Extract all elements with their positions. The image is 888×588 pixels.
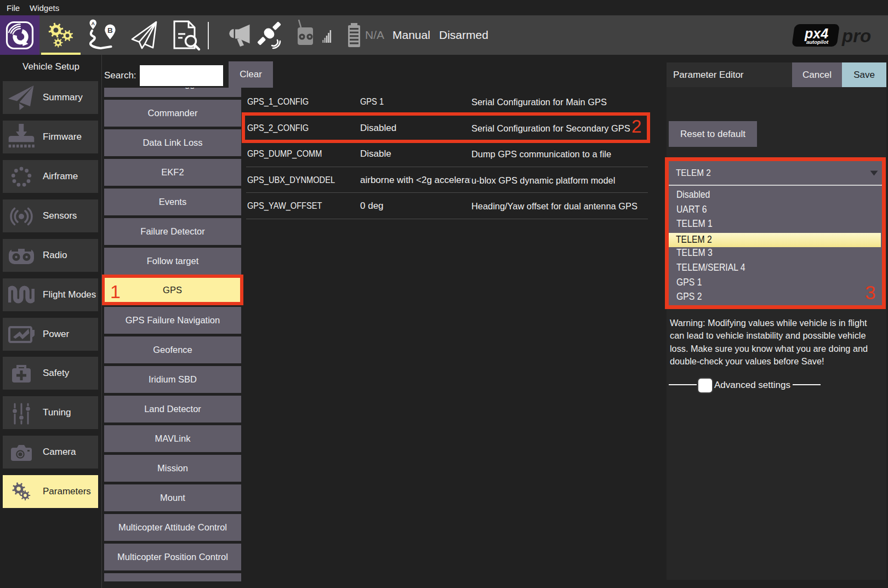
svg-text:A: A <box>91 21 95 26</box>
svg-text:autopilot: autopilot <box>806 39 829 45</box>
svg-text:B: B <box>107 26 113 35</box>
svg-text:pro: pro <box>841 26 871 46</box>
